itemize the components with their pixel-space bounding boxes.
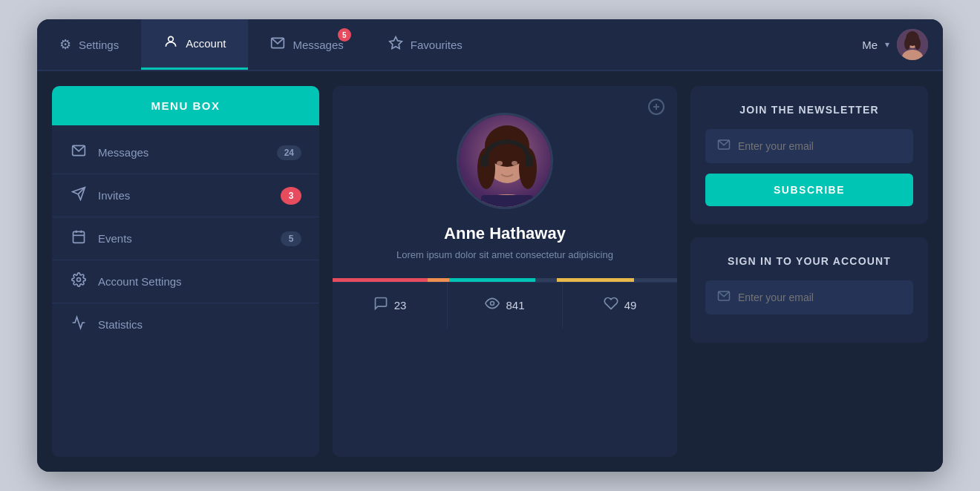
invites-menu-icon — [70, 186, 88, 205]
messages-menu-icon — [70, 143, 88, 162]
newsletter-box: JOIN THE NEWSLETTER SUBSCRIBE — [690, 86, 928, 224]
account-icon — [163, 34, 178, 53]
right-panel: JOIN THE NEWSLETTER SUBSCRIBE SIGN IN TO… — [690, 86, 928, 457]
newsletter-email-wrap — [705, 129, 913, 163]
svg-point-16 — [77, 278, 81, 282]
svg-rect-12 — [74, 231, 85, 243]
signin-box: SIGN IN TO YOUR ACCOUNT — [690, 237, 928, 343]
avatar — [897, 29, 928, 60]
add-button[interactable] — [647, 98, 665, 120]
svg-point-0 — [169, 36, 174, 42]
svg-rect-27 — [481, 155, 489, 167]
nav-user-label: Me — [862, 39, 878, 51]
sidebar-events-badge: 5 — [281, 231, 301, 246]
subscribe-button[interactable]: SUBSCRIBE — [705, 174, 913, 206]
signin-email-input[interactable] — [738, 291, 901, 303]
views-icon — [485, 296, 500, 314]
main-content: MENU BOX Messages 24 — [37, 71, 943, 472]
events-menu-icon — [70, 229, 88, 248]
comments-icon — [373, 296, 388, 314]
views-count: 841 — [506, 299, 524, 312]
menu-box-header: MENU BOX — [52, 86, 319, 125]
nav-label-settings: Settings — [79, 39, 119, 51]
profile-avatar — [457, 113, 553, 209]
svg-marker-2 — [389, 36, 402, 48]
stat-views: 841 — [448, 283, 563, 328]
top-nav: ⚙ Settings Account Messages 5 — [37, 19, 943, 71]
profile-stats: 23 841 49 — [333, 282, 677, 328]
nav-label-account: Account — [186, 37, 226, 50]
account-settings-icon — [70, 272, 88, 291]
svg-rect-28 — [526, 155, 533, 167]
profile-name: Anne Hathaway — [444, 224, 566, 243]
sidebar-messages-badge: 24 — [277, 145, 301, 160]
comments-count: 23 — [394, 299, 407, 312]
nav-user[interactable]: Me ▾ — [847, 19, 943, 70]
nav-item-messages[interactable]: Messages 5 — [248, 19, 365, 70]
sidebar-item-statistics[interactable]: Statistics — [52, 303, 319, 346]
sidebar-item-account-settings[interactable]: Account Settings — [52, 260, 319, 303]
sidebar-invites-label: Invites — [98, 189, 270, 202]
statistics-icon — [70, 315, 88, 334]
sidebar-account-settings-label: Account Settings — [98, 275, 301, 288]
profile-card: Anne Hathaway Lorem ipsum dolor sit amet… — [333, 86, 677, 457]
svg-point-30 — [512, 161, 517, 165]
chevron-down-icon: ▾ — [885, 39, 889, 50]
newsletter-title: JOIN THE NEWSLETTER — [705, 104, 913, 116]
svg-point-7 — [904, 38, 910, 50]
likes-count: 49 — [624, 299, 637, 312]
nav-item-favourites[interactable]: Favourites — [366, 19, 485, 70]
nav-label-messages: Messages — [293, 39, 343, 51]
svg-rect-26 — [481, 195, 533, 209]
sidebar-item-invites[interactable]: Invites 3 — [52, 174, 319, 217]
messages-icon — [270, 36, 285, 54]
svg-point-8 — [915, 38, 921, 50]
app-container: ⚙ Settings Account Messages 5 — [37, 19, 943, 472]
stat-comments: 23 — [333, 283, 448, 328]
sidebar-invites-badge: 3 — [281, 187, 301, 205]
sidebar-item-events[interactable]: Events 5 — [52, 217, 319, 260]
svg-point-29 — [497, 161, 503, 165]
sidebar: MENU BOX Messages 24 — [52, 86, 319, 457]
nav-item-account[interactable]: Account — [141, 19, 248, 70]
signin-email-icon — [717, 289, 731, 306]
sidebar-messages-label: Messages — [98, 146, 267, 159]
newsletter-email-input[interactable] — [738, 140, 901, 152]
messages-badge: 5 — [338, 28, 351, 42]
sidebar-item-messages[interactable]: Messages 24 — [52, 131, 319, 174]
stat-likes: 49 — [563, 283, 677, 328]
signin-email-wrap — [705, 280, 913, 314]
favourites-icon — [388, 36, 403, 54]
sidebar-events-label: Events — [98, 232, 270, 245]
newsletter-email-icon — [717, 138, 731, 154]
menu-items: Messages 24 Invites 3 — [52, 125, 319, 352]
nav-label-favourites: Favourites — [411, 39, 463, 51]
sidebar-statistics-label: Statistics — [98, 318, 301, 331]
likes-icon — [604, 296, 618, 314]
settings-icon: ⚙ — [59, 36, 71, 53]
nav-item-settings[interactable]: ⚙ Settings — [37, 19, 141, 70]
profile-bio: Lorem ipsum dolor sit amet consectetur a… — [374, 249, 636, 260]
svg-point-31 — [491, 302, 494, 306]
signin-title: SIGN IN TO YOUR ACCOUNT — [705, 255, 913, 267]
